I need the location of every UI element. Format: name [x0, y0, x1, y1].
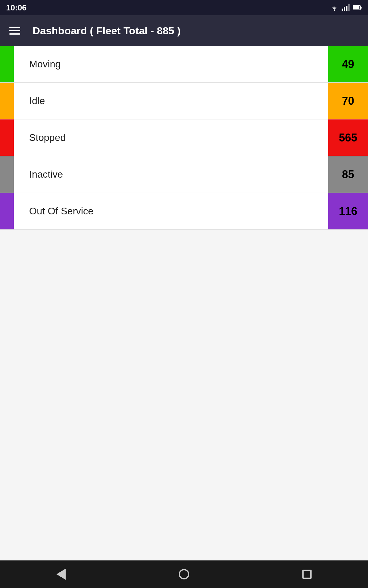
svg-rect-1 — [342, 9, 343, 11]
status-label-inactive: Inactive — [14, 169, 328, 180]
color-indicator-idle — [0, 83, 14, 119]
color-indicator-out-of-service — [0, 193, 14, 229]
status-icons — [330, 4, 362, 11]
svg-rect-2 — [344, 7, 345, 11]
home-button[interactable] — [179, 569, 189, 579]
wifi-icon — [330, 4, 339, 11]
recents-button[interactable] — [302, 570, 312, 579]
svg-point-0 — [334, 10, 335, 11]
main-content: Moving49Idle70Stopped565Inactive85Out Of… — [0, 46, 368, 560]
status-badge-inactive: 85 — [328, 156, 368, 193]
color-indicator-stopped — [0, 119, 14, 156]
svg-rect-3 — [346, 6, 347, 11]
back-button[interactable] — [56, 569, 66, 580]
color-indicator-inactive — [0, 156, 14, 193]
status-badge-moving: 49 — [328, 46, 368, 82]
status-row-stopped[interactable]: Stopped565 — [0, 119, 368, 156]
status-row-idle[interactable]: Idle70 — [0, 83, 368, 119]
battery-icon — [353, 5, 362, 10]
status-list: Moving49Idle70Stopped565Inactive85Out Of… — [0, 46, 368, 230]
app-bar: Dashboard ( Fleet Total - 885 ) — [0, 15, 368, 46]
status-row-moving[interactable]: Moving49 — [0, 46, 368, 83]
svg-rect-4 — [348, 4, 350, 11]
color-indicator-moving — [0, 46, 14, 82]
status-label-moving: Moving — [14, 58, 328, 70]
status-row-inactive[interactable]: Inactive85 — [0, 156, 368, 193]
status-label-idle: Idle — [14, 95, 328, 107]
status-time: 10:06 — [6, 3, 27, 13]
status-row-out-of-service[interactable]: Out Of Service116 — [0, 193, 368, 230]
status-label-stopped: Stopped — [14, 132, 328, 143]
svg-rect-7 — [353, 6, 359, 9]
status-label-out-of-service: Out Of Service — [14, 205, 328, 217]
menu-button[interactable] — [9, 27, 20, 35]
status-badge-out-of-service: 116 — [328, 193, 368, 229]
nav-bar — [0, 560, 368, 588]
signal-icon — [342, 4, 350, 11]
status-bar: 10:06 — [0, 0, 368, 15]
app-title: Dashboard ( Fleet Total - 885 ) — [33, 25, 181, 37]
svg-rect-6 — [360, 7, 362, 9]
status-badge-stopped: 565 — [328, 119, 368, 156]
status-badge-idle: 70 — [328, 83, 368, 119]
